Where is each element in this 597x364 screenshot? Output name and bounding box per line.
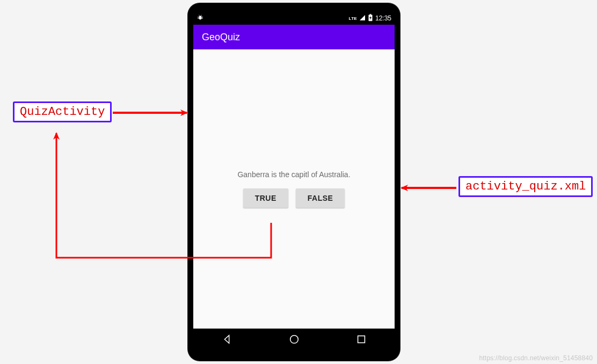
lte-label: LTE xyxy=(349,16,357,21)
svg-point-4 xyxy=(290,336,298,344)
status-bar: LTE 12:35 xyxy=(193,12,395,25)
nav-recent-icon[interactable] xyxy=(355,333,367,347)
nav-back-icon[interactable] xyxy=(221,333,233,347)
app-bar: GeoQuiz xyxy=(193,25,395,49)
annotation-activityquizxml-text: activity_quiz.xml xyxy=(465,180,586,193)
true-button[interactable]: TRUE xyxy=(243,188,288,208)
phone-screen: LTE 12:35 GeoQuiz Ganberra is the capitl… xyxy=(193,12,395,352)
false-button[interactable]: FALSE xyxy=(296,188,345,208)
debug-bug-icon xyxy=(196,14,204,23)
clock-text: 12:35 xyxy=(375,14,391,22)
svg-rect-2 xyxy=(370,14,372,14)
svg-rect-5 xyxy=(358,336,365,343)
annotation-activityquizxml: activity_quiz.xml xyxy=(458,176,593,197)
content-area: Ganberra is the capitl of Australia. TRU… xyxy=(193,49,395,329)
svg-rect-0 xyxy=(199,16,202,20)
android-nav-bar xyxy=(193,329,395,352)
answer-button-row: TRUE FALSE xyxy=(243,188,345,208)
nav-home-icon[interactable] xyxy=(288,333,300,347)
battery-charging-icon xyxy=(368,14,373,23)
watermark-text: https://blog.csdn.net/weixin_51458840 xyxy=(479,354,593,362)
phone-frame: LTE 12:35 GeoQuiz Ganberra is the capitl… xyxy=(188,3,400,361)
annotation-quizactivity: QuizActivity xyxy=(13,101,112,122)
app-title: GeoQuiz xyxy=(202,32,240,43)
signal-icon xyxy=(359,14,366,22)
annotation-quizactivity-text: QuizActivity xyxy=(20,105,105,119)
question-text: Ganberra is the capitl of Australia. xyxy=(237,170,350,179)
